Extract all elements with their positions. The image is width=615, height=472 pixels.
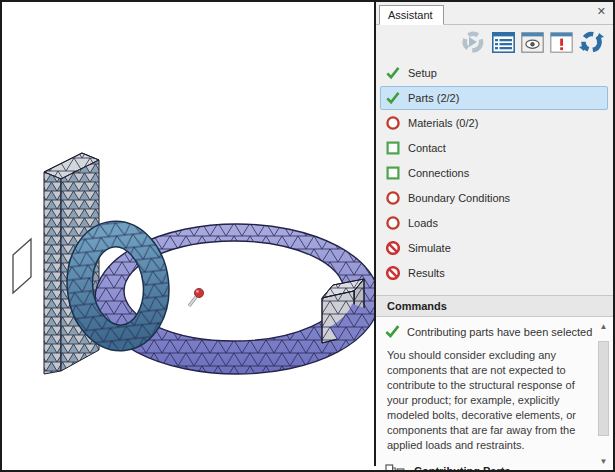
commands-section-body: Contributing parts have been selected Yo… <box>376 317 613 470</box>
visibility-icon[interactable] <box>521 32 544 53</box>
assistant-checklist: Setup Parts (2/2) Materials (0/2) Contac… <box>376 57 613 286</box>
incomplete-circle-icon <box>386 116 400 130</box>
app-window: Assistant ✕ <box>0 0 615 472</box>
command-contributing-parts[interactable]: Contributing Parts Manages the parts tha… <box>385 464 589 470</box>
assistant-toolbar <box>376 25 613 57</box>
checklist-item-connections[interactable]: Connections <box>380 161 608 185</box>
blocked-icon <box>386 266 400 280</box>
pin-marker <box>189 288 204 306</box>
status-message-row: Contributing parts have been selected <box>385 324 589 339</box>
scrollbar-thumb[interactable] <box>598 341 609 436</box>
checklist-label: Loads <box>408 217 438 229</box>
scroll-down-icon[interactable]: ▼ <box>600 457 608 467</box>
command-title: Contributing Parts <box>414 464 578 470</box>
status-message: Contributing parts have been selected <box>407 326 592 338</box>
incomplete-circle-icon <box>386 216 400 230</box>
checklist-label: Materials (0/2) <box>408 117 478 129</box>
check-icon <box>385 324 400 339</box>
check-icon <box>386 91 400 105</box>
commands-scrollbar[interactable]: ▲ ▼ <box>597 322 610 467</box>
tab-strip: Assistant ✕ <box>376 2 613 25</box>
checklist-label: Connections <box>408 167 469 179</box>
reference-plane-outline <box>13 239 31 293</box>
parts-hierarchy-icon <box>385 464 405 470</box>
checklist-item-parts[interactable]: Parts (2/2) <box>380 86 608 110</box>
tab-assistant-label: Assistant <box>388 9 433 21</box>
checklist-item-contact[interactable]: Contact <box>380 136 608 160</box>
checklist-item-results[interactable]: Results <box>380 261 608 285</box>
checklist-item-simulate[interactable]: Simulate <box>380 236 608 260</box>
checklist-label: Simulate <box>408 242 451 254</box>
close-icon[interactable]: ✕ <box>597 6 606 17</box>
tab-assistant[interactable]: Assistant <box>379 5 444 25</box>
assistant-panel: Assistant ✕ <box>376 2 613 470</box>
checklist-label: Contact <box>408 142 446 154</box>
incomplete-circle-icon <box>386 191 400 205</box>
study-details-icon[interactable] <box>492 32 515 53</box>
run-simulation-icon[interactable] <box>460 30 486 54</box>
checklist-label: Parts (2/2) <box>408 92 459 104</box>
viewport-3d[interactable] <box>2 2 376 466</box>
optional-square-icon <box>386 166 400 180</box>
checklist-label: Boundary Conditions <box>408 192 510 204</box>
check-icon <box>386 66 400 80</box>
checklist-label: Setup <box>408 67 437 79</box>
scroll-up-icon[interactable]: ▲ <box>600 322 608 332</box>
warning-icon[interactable] <box>550 32 573 53</box>
checklist-item-boundary-conditions[interactable]: Boundary Conditions <box>380 186 608 210</box>
scrollbar-track[interactable] <box>598 332 609 457</box>
checklist-item-setup[interactable]: Setup <box>380 61 608 85</box>
commands-section-header: Commands <box>376 295 613 317</box>
blocked-icon <box>386 241 400 255</box>
optional-square-icon <box>386 141 400 155</box>
refresh-icon[interactable] <box>579 30 604 54</box>
checklist-item-materials[interactable]: Materials (0/2) <box>380 111 608 135</box>
commands-description: You should consider excluding any compon… <box>387 348 585 453</box>
checklist-label: Results <box>408 267 445 279</box>
checklist-item-loads[interactable]: Loads <box>380 211 608 235</box>
model-canvas[interactable] <box>2 2 374 466</box>
